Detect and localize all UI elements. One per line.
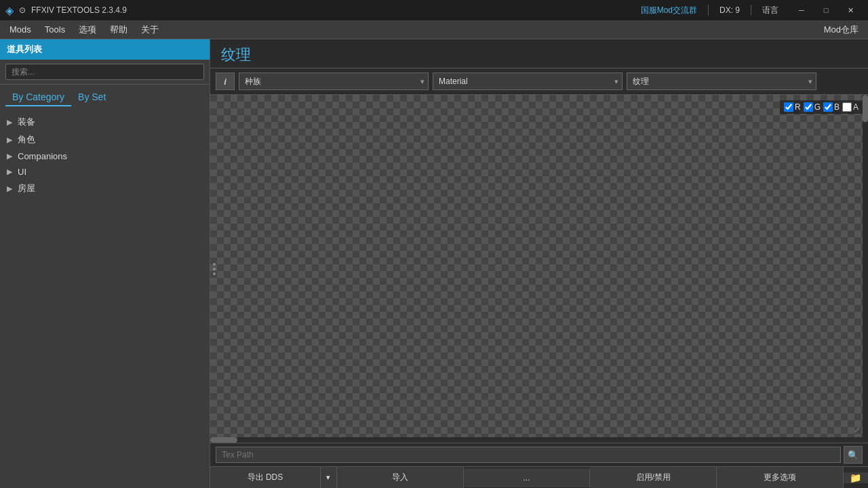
menu-bar: Mods Tools 选项 帮助 关于 Mod仓库 [0, 20, 868, 39]
sidebar: 道具列表 By Category By Set ▶ 装备 ▶ 角色 ▶ Comp… [0, 39, 210, 488]
title-bar-right: 国服Mod交流群 DX: 9 语言 ─ □ ✕ [641, 0, 863, 20]
menu-options[interactable]: 选项 [72, 21, 103, 39]
chevron-right-icon: ▶ [7, 136, 15, 144]
mod-store-button[interactable]: Mod仓库 [817, 21, 865, 39]
channel-r: R [784, 102, 801, 112]
info-button[interactable]: i [216, 73, 235, 90]
toolbar: i 种族 Material 纹理 [210, 68, 868, 95]
minimize-button[interactable]: ─ [789, 0, 814, 20]
app-title: FFXIV TEXTOOLS 2.3.4.9 [31, 5, 127, 15]
race-dropdown-wrapper: 种族 [239, 73, 429, 90]
menu-tools[interactable]: Tools [38, 22, 72, 37]
tree-item-label: 装备 [18, 116, 35, 128]
tab-by-set[interactable]: By Set [71, 89, 113, 106]
vertical-scroll-thumb[interactable] [863, 95, 868, 122]
separator [708, 5, 709, 16]
channel-g-label: G [814, 102, 821, 112]
category-tabs: By Category By Set [0, 85, 210, 110]
tree-item-label: 角色 [18, 134, 35, 146]
channel-a-label: A [853, 102, 859, 112]
server-mod-label[interactable]: 国服Mod交流群 [641, 5, 697, 16]
page-title: 纹理 [221, 45, 857, 65]
tree-item-character[interactable]: ▶ 角色 [5, 131, 204, 148]
tree-item-equipment[interactable]: ▶ 装备 [5, 113, 204, 131]
material-dropdown-wrapper: Material [433, 73, 623, 90]
material-dropdown[interactable]: Material [433, 73, 623, 90]
texture-canvas [210, 95, 868, 443]
folder-icon: 📁 [850, 472, 861, 483]
search-box [0, 60, 210, 85]
folder-button[interactable]: 📁 [844, 472, 868, 483]
channel-a-checkbox[interactable] [842, 102, 852, 112]
channel-toggles: R G B A [780, 100, 863, 114]
zoom-indicator: ⤢ [854, 426, 860, 434]
export-dropdown-button[interactable]: ▾ [320, 467, 336, 488]
menu-about[interactable]: 关于 [134, 21, 165, 39]
action-bar: 导出 DDS ▾ 导入 ... 启用/禁用 更多选项 📁 [210, 466, 868, 488]
race-dropdown[interactable]: 种族 [239, 73, 429, 90]
github-icon[interactable]: ⊙ [19, 5, 26, 15]
chevron-right-icon: ▶ [7, 118, 15, 127]
language-label[interactable]: 语言 [762, 5, 778, 16]
menu-help[interactable]: 帮助 [103, 21, 134, 39]
texture-dropdown[interactable]: 纹理 [627, 73, 816, 90]
tex-path-search-button[interactable]: 🔍 [844, 446, 863, 464]
main-layout: 道具列表 By Category By Set ▶ 装备 ▶ 角色 ▶ Comp… [0, 39, 868, 488]
viewport-resize-handle[interactable] [210, 259, 218, 279]
app-logo-icon: ◈ [5, 4, 14, 17]
more-options-button[interactable]: 更多选项 [717, 467, 844, 488]
viewport: R G B A [210, 95, 868, 443]
horizontal-scroll-thumb[interactable] [210, 437, 237, 443]
channel-b-checkbox[interactable] [823, 102, 833, 112]
channel-a: A [842, 102, 859, 112]
tree-item-label: UI [18, 167, 26, 177]
texture-dropdown-wrapper: 纹理 [627, 73, 816, 90]
separator2 [751, 5, 751, 16]
handle-dot [213, 263, 216, 266]
tree-item-companions[interactable]: ▶ Companions [5, 148, 204, 164]
search-icon: 🔍 [848, 450, 859, 460]
tree-item-companions-label: Companions [18, 151, 67, 161]
channel-r-checkbox[interactable] [784, 102, 793, 112]
dx-label: DX: 9 [719, 5, 740, 15]
handle-dot [213, 268, 216, 270]
channel-b-label: B [834, 102, 840, 112]
title-bar-left: ◈ ⊙ FFXIV TEXTOOLS 2.3.4.9 [5, 4, 127, 17]
tab-by-category[interactable]: By Category [5, 89, 71, 106]
channel-g: G [804, 102, 821, 112]
export-dds-button[interactable]: 导出 DDS [210, 467, 320, 488]
channel-r-label: R [795, 102, 801, 112]
tree-item-ui[interactable]: ▶ UI [5, 164, 204, 180]
sidebar-header: 道具列表 [0, 39, 210, 60]
tree-view: ▶ 装备 ▶ 角色 ▶ Companions ▶ UI ▶ 房屋 [0, 110, 210, 488]
import-button[interactable]: 导入 [337, 467, 464, 488]
tex-path-input[interactable] [216, 447, 841, 463]
channel-g-checkbox[interactable] [804, 102, 813, 112]
close-button[interactable]: ✕ [838, 0, 863, 20]
export-split: 导出 DDS ▾ [210, 467, 337, 488]
tree-item-label: 房屋 [18, 182, 35, 195]
page-title-bar: 纹理 [210, 39, 868, 68]
tex-path-bar: 🔍 [210, 443, 868, 466]
maximize-button[interactable]: □ [814, 0, 838, 20]
chevron-right-icon: ▶ [7, 152, 15, 161]
title-bar: ◈ ⊙ FFXIV TEXTOOLS 2.3.4.9 国服Mod交流群 DX: … [0, 0, 868, 20]
menu-mods[interactable]: Mods [3, 22, 38, 37]
handle-dot [213, 272, 216, 275]
chevron-right-icon: ▶ [7, 167, 15, 176]
ellipsis-button[interactable]: ... [464, 468, 591, 487]
vertical-scrollbar[interactable] [863, 95, 868, 443]
search-input[interactable] [5, 64, 204, 80]
window-controls: ─ □ ✕ [789, 0, 863, 20]
chevron-right-icon: ▶ [7, 184, 15, 193]
channel-b: B [823, 102, 840, 112]
tree-item-housing[interactable]: ▶ 房屋 [5, 180, 204, 197]
apply-use-button[interactable]: 启用/禁用 [590, 467, 717, 488]
content-area: 纹理 i 种族 Material 纹理 [210, 39, 868, 488]
horizontal-scrollbar[interactable] [210, 437, 868, 443]
